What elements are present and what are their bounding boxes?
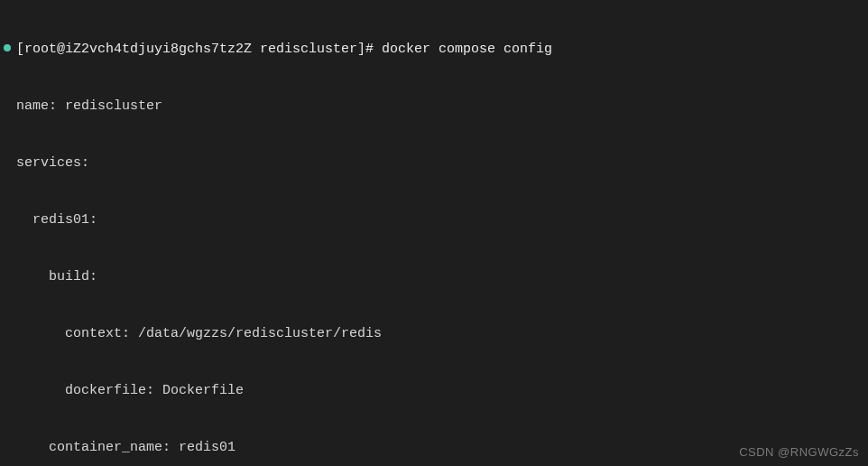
prompt-line: [root@iZ2vch4tdjuyi8gchs7tz2Z redisclust… <box>4 40 864 59</box>
output-line: dockerfile: Dockerfile <box>4 381 864 400</box>
output-line: redis01: <box>4 210 864 229</box>
watermark-text: CSDN @RNGWGzZs <box>739 444 859 461</box>
command-text: docker compose config <box>382 40 552 59</box>
status-dot-icon <box>4 44 11 51</box>
output-line: container_name: redis01 <box>4 438 864 457</box>
output-line: services: <box>4 154 864 172</box>
output-line: build: <box>4 267 864 286</box>
shell-prompt: [root@iZ2vch4tdjuyi8gchs7tz2Z redisclust… <box>16 40 374 59</box>
terminal-output[interactable]: [root@iZ2vch4tdjuyi8gchs7tz2Z redisclust… <box>4 2 864 466</box>
output-line: name: rediscluster <box>4 97 864 116</box>
output-line: context: /data/wgzzs/rediscluster/redis <box>4 324 864 343</box>
